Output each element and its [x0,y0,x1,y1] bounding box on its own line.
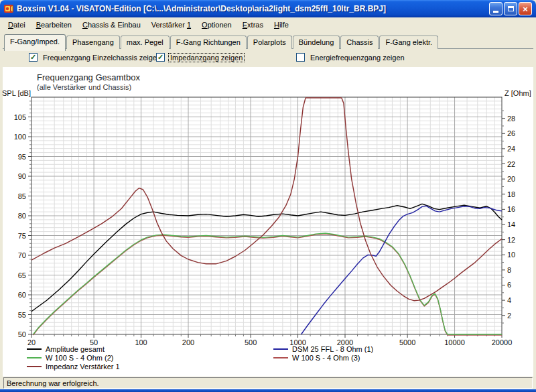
y-left-tick-label: 75 [18,232,26,240]
chart-title: Frequenzgang Gesamtbox [37,72,140,82]
menu-item-chassis-einbau[interactable]: Chassis & Einbau [77,19,146,31]
y-right-tick-label: 18 [507,190,515,198]
status-message: Berechnung war erfolgreich. [3,377,533,389]
y-left-axis-unit: SPL [dB] [0,89,31,97]
checkbox-label: Impedanzgang zeigen [169,54,244,62]
legend-right-column: DSM 25 FFL - 8 Ohm (1)W 100 S - 4 Ohm (3… [273,344,373,362]
y-left-tick-label: 85 [18,192,26,200]
menu-item-verst-rker-1[interactable]: Verstärker 1 [146,19,196,31]
series-w-100-s-4-ohm-3 [34,234,503,335]
legend-line-swatch [27,357,42,358]
y-left-tick-label: 70 [18,251,26,259]
tab-phasengang[interactable]: Phasengang [66,36,120,49]
legend-entry-w-100-s-4-ohm-3: W 100 S - 4 Ohm (3) [273,353,373,362]
y-right-tick-label: 16 [507,205,515,213]
window-border-bottom [0,389,536,392]
legend-line-swatch [27,348,42,350]
tab-b-ndelung[interactable]: Bündelung [293,36,340,49]
maximize-icon [508,6,514,11]
series-dsm-25-ffl-8-ohm-1 [302,206,503,334]
window-title: Boxsim V1.04 - VISATON-Edition [C:\...\A… [17,4,489,13]
checkbox-checked-icon[interactable]: ✓ [29,53,38,62]
x-tick-label: 200 [182,338,194,346]
y-left-tick-label: 55 [18,311,26,319]
y-right-tick-label: 22 [507,160,515,168]
y-right-tick-label: 14 [507,220,515,228]
x-tick-label: 20000 [492,338,513,346]
legend-entry-amplitude-gesamt: Amplitude gesamt [27,344,120,353]
checkbox-checked-icon[interactable]: ✓ [156,53,165,62]
y-left-tick-label: 90 [18,172,26,180]
x-tick-label: 500 [245,338,257,346]
y-left-tick-label: 50 [18,330,26,338]
y-right-tick-label: 10 [507,251,515,259]
legend-label: DSM 25 FFL - 8 Ohm (1) [292,345,373,353]
menu-bar: DateiBearbeitenChassis & EinbauVerstärke… [3,17,533,31]
menu-item-bearbeiten[interactable]: Bearbeiten [31,19,77,31]
y-left-tick-label: 80 [18,212,26,220]
tab-f-gang-imped[interactable]: F-Gang/Imped. [4,34,66,51]
checkbox-unchecked-icon[interactable] [296,53,305,62]
y-left-tick-label: 95 [18,153,26,161]
close-icon: × [523,5,528,13]
y-right-tick-label: 8 [507,266,511,274]
x-tick-label: 10000 [444,338,465,346]
title-bar[interactable]: Boxsim V1.04 - VISATON-Edition [C:\...\A… [0,0,536,17]
tab-max-pegel[interactable]: max. Pegel [121,36,170,49]
y-left-tick-label: 100 [14,133,26,141]
y-left-tick-label: 105 [14,113,26,121]
y-right-tick-label: 12 [507,236,515,244]
tab-f-gang-richtungen[interactable]: F-Gang Richtungen [170,36,247,49]
y-left-tick-label: 60 [18,291,26,299]
checkbox-energiefrequenzgang-zeigen[interactable]: Energiefrequenzgang zeigen [296,53,406,62]
close-button[interactable]: × [519,2,532,15]
y-right-tick-label: 2 [507,312,511,320]
y-right-tick-label: 20 [507,175,515,183]
minimize-icon [493,11,498,13]
menu-item-hilfe[interactable]: Hilfe [269,19,294,31]
y-right-tick-label: 4 [507,296,511,304]
legend-label: W 100 S - 4 Ohm (2) [46,354,113,362]
status-bar: Berechnung war erfolgreich. [3,377,533,389]
chart-subtitle: (alle Verstärker und Chassis) [37,83,131,91]
legend-label: Impedanz Verstärker 1 [46,363,120,371]
legend-entry-impedanz-verst-rker-1: Impedanz Verstärker 1 [27,362,120,371]
legend-label: Amplitude gesamt [46,345,105,353]
y-right-axis-unit: Z [Ohm] [505,89,531,97]
checkbox-frequenzgang-einzelchassis-zeigen[interactable]: ✓Frequenzgang Einzelchassis zeigen [29,53,162,62]
menu-item-extras[interactable]: Extras [237,19,269,31]
checkbox-label: Frequenzgang Einzelchassis zeigen [42,54,162,62]
legend-left-column: Amplitude gesamtW 100 S - 4 Ohm (2)Imped… [27,344,120,371]
menu-item-datei[interactable]: Datei [3,19,31,31]
tab-polarplots[interactable]: Polarplots [247,36,292,49]
legend-entry-dsm-25-ffl-8-ohm-1: DSM 25 FFL - 8 Ohm (1) [273,344,373,353]
menu-item-optionen[interactable]: Optionen [196,19,237,31]
legend-entry-w-100-s-4-ohm-2: W 100 S - 4 Ohm (2) [27,353,120,362]
legend-label: W 100 S - 4 Ohm (3) [292,354,360,362]
y-right-tick-label: 6 [507,281,511,289]
checkbox-label: Energiefrequenzgang zeigen [309,54,406,62]
series-w-100-s-4-ohm-2 [34,233,503,334]
x-tick-label: 5000 [399,338,415,346]
y-right-tick-label: 24 [507,145,515,153]
checkbox-impedanzgang-zeigen[interactable]: ✓Impedanzgang zeigen [156,53,244,62]
y-right-tick-label: 26 [507,129,515,137]
legend-line-swatch [273,357,288,358]
legend-line-swatch [273,348,288,350]
y-right-tick-label: 28 [507,115,515,123]
legend-line-swatch [27,366,42,367]
tab-chassis[interactable]: Chassis [340,36,379,49]
minimize-button[interactable] [489,2,503,15]
x-tick-label: 100 [135,338,147,346]
maximize-button[interactable] [504,2,517,15]
app-icon [3,3,14,14]
y-left-tick-label: 65 [18,271,26,279]
tab-f-gang-elektr[interactable]: F-Gang elektr. [379,36,438,49]
checkbox-band: ✓Frequenzgang Einzelchassis zeigen✓Imped… [3,49,533,67]
tab-strip: F-Gang/Imped.Phasengangmax. PegelF-Gang … [4,34,439,48]
